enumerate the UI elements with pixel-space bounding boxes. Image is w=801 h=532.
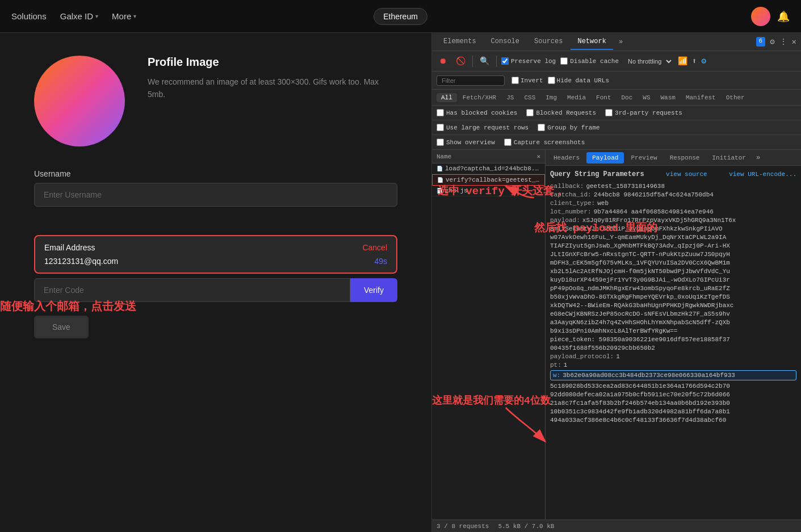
settings-icon[interactable]: ⚙ [770, 37, 774, 47]
preserve-log-checkbox[interactable]: Preserve log [501, 57, 556, 65]
tab-console[interactable]: Console [484, 34, 526, 50]
filter-doc[interactable]: Doc [617, 93, 637, 102]
nav-galxe-id[interactable]: Galxe ID ▾ [60, 11, 98, 21]
view-source-link[interactable]: view source [666, 171, 707, 178]
large-request-rows[interactable]: Use large request rows [437, 124, 529, 131]
param-w-cont3: 21a8c7fc1afa5f83b2bf246b574eb134aa0b6bd1… [550, 400, 796, 407]
checkbox-row-2: Use large request rows Group by frame [432, 120, 801, 135]
bell-icon[interactable]: 🔔 [777, 10, 790, 23]
detail-content: Query String Parameters view source view… [546, 166, 801, 520]
filter-other[interactable]: Other [722, 93, 749, 102]
username-input[interactable] [34, 183, 397, 207]
filter-all[interactable]: All [437, 93, 457, 102]
profile-info: Profile Image We recommend an image of a… [148, 56, 397, 101]
separator [472, 56, 473, 67]
param-payload-cont3: TIAFZIyut5gnJswb_XgMnbMTFkBQ73Adv_qIpzj0… [550, 242, 796, 249]
badge-count: 6 [756, 37, 766, 47]
filter-css[interactable]: CSS [519, 93, 540, 102]
filter-js[interactable]: JS [502, 93, 518, 102]
request-item-zho[interactable]: 📄 zho.js [432, 186, 545, 196]
devtools-tabbar: Elements Console Sources Network » 6 ⚙ ⋮… [432, 33, 801, 51]
param-payload-cont2: w07AvkOewh16FuL_Y-qmEamMUkyDj_DqNrXtaCPL… [550, 234, 796, 241]
save-button[interactable]: Save [34, 316, 89, 338]
filter-ws[interactable]: WS [638, 93, 655, 102]
param-payload-cont11: eG8eCWjKBNRSzJeP85ocRcDO-sNFEsVLbmzHk27F… [550, 311, 796, 317]
verify-button[interactable]: Verify [350, 278, 397, 302]
param-payload-cont7: kuyDi8urXP4459ejFr1YvT3y0G9BJAi_-wOdXLo7… [550, 277, 796, 283]
username-label: Username [34, 169, 397, 178]
param-piece-token-cont: 00435f1688f556b20929cbb650b2 [550, 345, 796, 351]
more-icon[interactable]: ⋮ [779, 37, 787, 47]
request-item-load[interactable]: 📄 load?captcha_id=244bcb8... [432, 164, 545, 174]
throttle-select[interactable]: No throttling [623, 56, 673, 66]
upload-icon[interactable]: ⬆ [692, 56, 697, 66]
tab-sources[interactable]: Sources [527, 34, 569, 50]
tab-response[interactable]: Response [664, 152, 706, 164]
has-blocked-cookies[interactable]: Has blocked cookies [437, 109, 517, 116]
param-payload-cont5: mDFH3_cEK5m5gfG75vMLKs_1VFQYUYuISa2DV0Cc… [550, 259, 796, 266]
param-payload-cont6: xb2L5lAc2AtRfNJOjcmH-f0m5jkNT50bwdPjJbwV… [550, 268, 796, 275]
detail-tabs: Headers Payload Preview Response Initiat… [546, 150, 801, 166]
filter-manifest[interactable]: Manifest [681, 93, 720, 102]
filter-wasm[interactable]: Wasm [656, 93, 680, 102]
network-content: Name ✕ 📄 load?captcha_id=244bcb8... 📄 ve… [432, 150, 801, 520]
param-payload-cont12: a3AayqKN6zibZ4h7q4ZvHhSHOhLhYmXNhpabScN5… [550, 319, 796, 326]
gear-icon[interactable]: ⚙ [701, 56, 706, 66]
filter-fetch-xhr[interactable]: Fetch/XHR [458, 93, 501, 102]
online-icon[interactable]: 📶 [678, 56, 687, 66]
filter-img[interactable]: Img [541, 93, 561, 102]
filter-font[interactable]: Font [592, 93, 615, 102]
tab-payload[interactable]: Payload [586, 152, 624, 164]
capture-screenshots[interactable]: Capture screenshots [504, 139, 585, 146]
hide-data-urls-checkbox[interactable]: Hide data URLs [548, 77, 609, 84]
tab-preview[interactable]: Preview [625, 152, 662, 164]
tab-elements[interactable]: Elements [437, 34, 483, 50]
param-w-cont4: 10b0351c3c9834d42fe9fb1adb320d4982a81bff… [550, 408, 796, 415]
tab-more-icon[interactable]: » [753, 153, 764, 163]
cancel-button[interactable]: Cancel [362, 243, 387, 252]
tab-network[interactable]: Network [571, 34, 613, 50]
file-icon: 📄 [437, 166, 443, 172]
code-input[interactable] [34, 278, 350, 302]
param-payload-cont4: JLtIGnXFcBrw5-nRxstgnTC-QRTT-nPukKtpZuuw… [550, 251, 796, 258]
request-item-verify[interactable]: 📄 verify?callback=geetest_16... [432, 174, 545, 186]
search-icon[interactable]: 🔍 [477, 55, 492, 67]
show-overview[interactable]: Show overview [437, 139, 495, 146]
clear-icon[interactable]: 🚫 [454, 55, 468, 67]
brand-solutions[interactable]: Solutions [11, 11, 47, 21]
devtools-icons: 6 ⚙ ⋮ ✕ [756, 37, 796, 47]
tab-headers[interactable]: Headers [548, 152, 585, 164]
close-detail-icon[interactable]: ✕ [536, 153, 540, 160]
avatar[interactable] [751, 7, 770, 26]
filter-types-bar: All Fetch/XHR JS CSS Img Media Font Doc … [432, 90, 801, 106]
email-label: Email Address [44, 243, 95, 252]
nav-right: 🔔 [427, 7, 790, 26]
filter-input[interactable] [437, 76, 505, 86]
email-field-container: Email Address Cancel 123123131@qq.com 49… [34, 235, 397, 274]
devtools-toolbar: ⏺ 🚫 🔍 Preserve log Disable cache No thro… [432, 51, 801, 72]
username-section: Username [34, 169, 397, 207]
tab-more[interactable]: » [614, 36, 627, 48]
disable-cache-checkbox[interactable]: Disable cache [560, 57, 619, 65]
group-by-frame[interactable]: Group by frame [538, 124, 599, 131]
close-icon[interactable]: ✕ [792, 37, 796, 47]
ethereum-button[interactable]: Ethereum [374, 8, 427, 25]
left-panel: Profile Image We recommend an image of a… [0, 33, 431, 532]
invert-checkbox[interactable]: Invert [511, 77, 543, 84]
view-url-encoded-link[interactable]: view URL-encode... [729, 171, 796, 178]
request-name: load?captcha_id=244bcb8... [445, 165, 540, 172]
nav-center: Ethereum [374, 8, 427, 25]
code-row: Verify [34, 278, 397, 302]
tab-initiator[interactable]: Initiator [706, 152, 751, 164]
param-piece-token: piece_token: 598350a9036221ee9016df857ee… [550, 336, 796, 343]
param-w-cont2: 92dd080defeca02a1a975b0cfb5911ec70e20f5c… [550, 391, 796, 398]
param-payload-cont13: b9xi3sDPni0AmhNxcL8AlTerBWfYRgKw== [550, 328, 796, 334]
third-party-requests[interactable]: 3rd-party requests [605, 109, 682, 116]
record-icon[interactable]: ⏺ [437, 56, 449, 67]
blocked-requests[interactable]: Blocked Requests [526, 109, 596, 116]
profile-avatar[interactable] [34, 56, 125, 146]
profile-section: Profile Image We recommend an image of a… [34, 56, 397, 146]
top-navigation: Solutions Galxe ID ▾ More ▾ Ethereum 🔔 [0, 0, 801, 33]
filter-media[interactable]: Media [563, 93, 590, 102]
nav-more[interactable]: More ▾ [112, 11, 136, 21]
